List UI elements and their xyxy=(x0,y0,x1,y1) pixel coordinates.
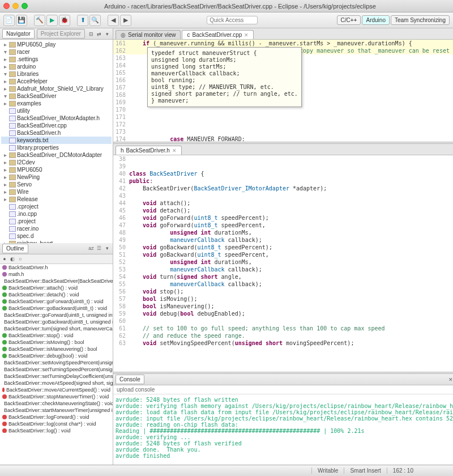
new-icon[interactable]: 📄 xyxy=(3,15,15,26)
outline-item[interactable]: BackSeatDriver::moveAtSpeed(signed short… xyxy=(0,380,113,386)
outline-item[interactable]: BackSeatDriver::BackSeatDriver(BackSeatD… xyxy=(0,278,113,284)
outline-header: Outline az ☰ ▾ xyxy=(0,243,113,254)
tree-item[interactable]: ▸.settings xyxy=(1,56,112,63)
tree-item[interactable]: ▸BackSeatDriver_DCMotorAdapter xyxy=(1,151,112,159)
tree-item[interactable]: ▸MPU6050_play xyxy=(1,41,112,48)
tree-item[interactable]: racer.ino xyxy=(1,225,112,232)
zoom-window-button[interactable] xyxy=(22,3,28,9)
menu-icon[interactable]: ▾ xyxy=(104,31,110,37)
build-icon[interactable]: 🔨 xyxy=(34,15,45,26)
tree-item[interactable]: library.properties xyxy=(1,144,112,151)
tree-item[interactable]: BackSeatDriver_IMotorAdapter.h xyxy=(1,114,112,122)
perspective-arduino[interactable]: Arduino xyxy=(362,15,389,25)
outline-item[interactable]: BackSeatDriver::log(const char*) : void xyxy=(0,420,113,427)
outline-item[interactable]: BackSeatDriver::isMoving() : bool xyxy=(0,339,113,346)
outline-item[interactable]: BackSeatDriver::setMovingSpeedPercent(un… xyxy=(0,359,113,366)
tree-item[interactable]: ▾BackSeatDriver xyxy=(1,92,112,100)
outline-item[interactable]: BackSeatDriver::debug(bool) : void xyxy=(0,352,113,359)
run-icon[interactable]: ▶ xyxy=(46,15,58,26)
close-tab-icon[interactable]: ✕ xyxy=(244,32,249,38)
forward-icon[interactable]: ▶ xyxy=(120,15,131,26)
window-title: Arduino - racer/Libraries/BackSeatDriver… xyxy=(31,3,450,10)
navigator-tree[interactable]: ▸MPU6050_play▾racer▸.settings▸arduino▾Li… xyxy=(0,40,113,243)
link-editor-icon[interactable]: ⇄ xyxy=(96,31,102,37)
public-filter-icon[interactable]: ○ xyxy=(17,256,24,262)
tree-item[interactable]: BackSeatDriver.h xyxy=(1,129,112,137)
tree-item[interactable]: spec.d xyxy=(1,232,112,240)
menu-icon[interactable]: ▾ xyxy=(104,245,110,252)
quick-access-input[interactable] xyxy=(207,16,258,24)
minimize-window-button[interactable] xyxy=(12,3,19,9)
tree-item[interactable]: keywords.txt xyxy=(1,137,112,144)
outline-item[interactable]: BackSeatDriver::attach() : void xyxy=(0,284,113,291)
upload-icon[interactable]: ⬆ xyxy=(77,15,88,26)
outline-item[interactable]: BackSeatDriver::detach() : void xyxy=(0,291,113,298)
tree-item[interactable]: ▸examples xyxy=(1,100,112,107)
outline-item[interactable]: BackSeatDriver::goForward(uint8_t, unsig… xyxy=(0,312,113,318)
tab-navigator[interactable]: Navigator xyxy=(2,29,35,39)
tree-item[interactable]: .project xyxy=(1,218,112,225)
filter-icon[interactable]: ☰ xyxy=(96,245,102,252)
tree-item[interactable]: ▸MPU6050 xyxy=(1,166,112,173)
outline-item[interactable]: math.h xyxy=(0,271,113,278)
tab-project-explorer[interactable]: Project Explorer xyxy=(37,29,85,39)
sort-icon[interactable]: az xyxy=(88,245,95,252)
quick-access[interactable] xyxy=(207,16,258,24)
outline-item[interactable]: BackSeatDriver::setTurningSpeedPercent(u… xyxy=(0,366,113,373)
close-tab-icon[interactable]: ✕ xyxy=(172,148,177,154)
perspective-cpp[interactable]: C/C++ xyxy=(337,15,361,25)
console-output[interactable]: avrdude: 5248 bytes of flash writtenavrd… xyxy=(113,394,453,465)
tree-item[interactable]: utility xyxy=(1,107,112,114)
search-icon[interactable]: 🔍 xyxy=(89,15,101,26)
outline-item[interactable]: BackSeatDriver::startManeuverTimer(unsig… xyxy=(0,407,113,414)
serial-icon: ◎ xyxy=(121,32,126,38)
tree-item[interactable]: ▸Servo xyxy=(1,181,112,188)
tree-item[interactable]: ▾Libraries xyxy=(1,70,112,78)
tree-item[interactable]: ▾racer xyxy=(1,48,112,56)
perspective-switcher: C/C++ Arduino Team Synchronizing xyxy=(337,15,450,25)
outline-item[interactable]: BackSeatDriver.h xyxy=(0,264,113,271)
outline-item[interactable]: BackSeatDriver::goBackward(uint8_t) : vo… xyxy=(0,305,113,312)
c-file-icon: c xyxy=(187,32,190,38)
outline-item[interactable]: BackSeatDriver::setTurningDelayCoefficie… xyxy=(0,373,113,380)
console-subtitle: upload console xyxy=(113,385,453,394)
tab-console[interactable]: Console xyxy=(116,375,144,384)
outline-item[interactable]: BackSeatDriver::logForward() : void xyxy=(0,414,113,420)
outline-item[interactable]: BackSeatDriver::stop() : void xyxy=(0,332,113,339)
tree-item[interactable]: ▸arduino xyxy=(1,63,112,70)
editor1-code[interactable]: typedef struct maneuverStruct { unsigned… xyxy=(113,40,453,142)
outline-item[interactable]: BackSeatDriver::log() : void xyxy=(0,427,113,434)
clear-console-icon[interactable]: ✕ xyxy=(447,376,453,383)
outline-item[interactable]: BackSeatDriver::isManeuvering() : bool xyxy=(0,346,113,352)
outline-list[interactable]: BackSeatDriver.hmath.hBackSeatDriver::Ba… xyxy=(0,264,113,465)
tree-item[interactable]: ▸Adafruit_Motor_Shield_V2_Library xyxy=(1,85,112,92)
tree-item[interactable]: .ino.cpp xyxy=(1,210,112,218)
editor2-code[interactable]: 38 39 40class BackSeatDriver {41public:4… xyxy=(113,155,453,372)
tree-item[interactable]: ▸NewPing xyxy=(1,173,112,181)
back-icon[interactable]: ◀ xyxy=(108,15,119,26)
tree-item[interactable]: ▸AccelHelper xyxy=(1,78,112,85)
tab-backseatdriver-cpp[interactable]: c BackSeatDriver.cpp ✕ xyxy=(182,30,254,39)
collapse-all-icon[interactable]: ⊟ xyxy=(88,31,95,37)
tab-serial-monitor[interactable]: ◎ Serial monitor view xyxy=(116,30,181,39)
outline-item[interactable]: BackSeatDriver::goBackward(uint8_t, unsi… xyxy=(0,318,113,325)
tree-item[interactable]: ▸Wire xyxy=(1,188,112,196)
debug-icon[interactable]: 🐞 xyxy=(59,15,70,26)
outline-item[interactable]: BackSeatDriver::turn(signed short, maneu… xyxy=(0,325,113,332)
outline-item[interactable]: BackSeatDriver::goForward(uint8_t) : voi… xyxy=(0,298,113,305)
tree-item[interactable]: .cproject xyxy=(1,203,112,210)
outline-item[interactable]: BackSeatDriver::checkManeuveringState() … xyxy=(0,400,113,407)
field-filter-icon[interactable]: ● xyxy=(1,256,8,262)
tab-backseatdriver-h[interactable]: h BackSeatDriver.h ✕ xyxy=(116,146,182,155)
perspective-team[interactable]: Team Synchronizing xyxy=(391,15,450,25)
outline-item[interactable]: BackSeatDriver::stopManeuverTimer() : vo… xyxy=(0,393,113,400)
save-icon[interactable]: 💾 xyxy=(16,15,27,26)
main-toolbar: 📄 💾 🔨 ▶ 🐞 ⬆ 🔍 ◀ ▶ C/C++ Arduino Team Syn… xyxy=(0,12,453,28)
tree-item[interactable]: ▸I2Cdev xyxy=(1,159,112,166)
close-window-button[interactable] xyxy=(3,3,10,9)
outline-item[interactable]: BackSeatDriver::moveAtCurrentSpeed() : v… xyxy=(0,386,113,393)
tab-outline[interactable]: Outline xyxy=(2,244,28,253)
static-filter-icon[interactable]: ◐ xyxy=(9,256,16,262)
tree-item[interactable]: BackSeatDriver.cpp xyxy=(1,122,112,129)
tree-item[interactable]: ▸Release xyxy=(1,196,112,203)
